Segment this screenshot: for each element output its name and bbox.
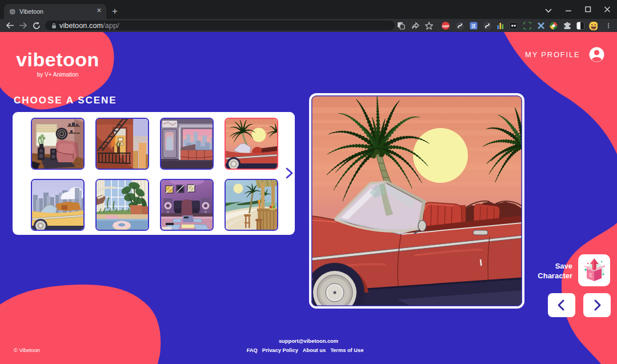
- svg-text:汉: 汉: [471, 23, 476, 29]
- svg-text:ABP: ABP: [442, 25, 450, 28]
- svg-text:A: A: [400, 23, 403, 27]
